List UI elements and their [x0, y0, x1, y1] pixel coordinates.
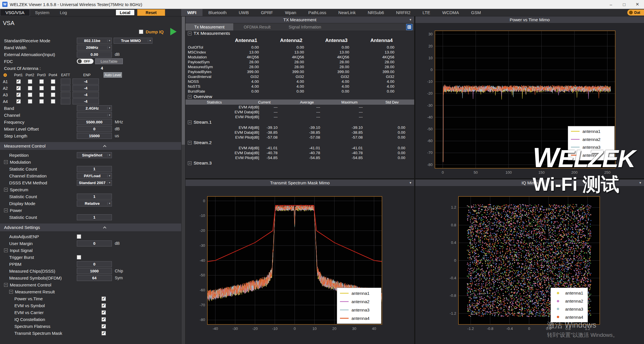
menu-tab-system[interactable]: System — [30, 9, 55, 16]
tab-ofdma-result[interactable]: OFDMA Result — [233, 23, 281, 30]
input-field[interactable]: 5500.000 — [77, 119, 112, 125]
dropdown[interactable]: SingleShot▼ — [77, 152, 112, 158]
checkbox[interactable] — [102, 331, 106, 335]
port-checkbox[interactable] — [16, 79, 21, 84]
collapse-minus-icon[interactable] — [4, 160, 8, 164]
tab-tx-measurement[interactable]: Tx Measurement — [186, 23, 233, 30]
checkbox[interactable] — [102, 310, 106, 315]
menu-tab-vsgvsa[interactable]: VSG/VSA — [0, 9, 30, 16]
advanced-settings-header[interactable]: Advanced Settings — [0, 223, 181, 231]
checkbox[interactable] — [102, 303, 106, 308]
input-field[interactable]: 0 — [77, 261, 112, 267]
left-panel-scrollbar[interactable] — [181, 16, 186, 344]
port-checkbox[interactable] — [16, 99, 21, 104]
input-field[interactable]: 1000 — [77, 268, 112, 274]
tab-nrfr2[interactable]: NRFR2 — [390, 9, 416, 16]
tab-nrsub6[interactable]: NRSub6 — [362, 9, 390, 16]
eatt-input[interactable] — [61, 79, 70, 85]
port-checkbox[interactable] — [51, 93, 55, 97]
measurement-control-header[interactable]: Measurement Control — [0, 142, 181, 150]
tab-bluetooth[interactable]: Bluetooth — [202, 9, 233, 16]
port-checkbox[interactable] — [28, 93, 32, 97]
dropdown[interactable]: 802.11be▼ — [77, 38, 112, 44]
enp-input[interactable]: -4 — [72, 98, 99, 104]
dropdown[interactable]: PAYLoad▼ — [77, 173, 112, 179]
dropdown[interactable]: True MIMO▼ — [114, 38, 152, 44]
input-field[interactable]: 0.00 — [77, 51, 112, 58]
port-checkbox[interactable] — [39, 99, 44, 104]
grid-settings-icon[interactable] — [406, 24, 412, 30]
collapse-minus-icon[interactable] — [4, 283, 8, 287]
collapse-minus-icon[interactable] — [188, 161, 192, 165]
dropdown[interactable]: ▼ — [77, 112, 112, 118]
dropdown[interactable]: 20MHz▼ — [77, 45, 112, 51]
maximize-button[interactable]: □ — [618, 0, 631, 9]
collapse-minus-icon[interactable] — [188, 95, 192, 99]
port-checkbox[interactable] — [16, 86, 21, 90]
tab-pathloss[interactable]: PathLoss — [302, 9, 332, 16]
auto-level-button[interactable]: Auto Level — [104, 72, 122, 78]
port-checkbox[interactable] — [51, 86, 55, 90]
close-button[interactable]: ✕ — [631, 0, 644, 9]
input-field[interactable]: 64 — [77, 275, 112, 281]
checkbox[interactable] — [102, 324, 106, 328]
minimize-button[interactable]: – — [604, 0, 618, 9]
tab-signal-information[interactable]: Signal Information — [281, 23, 329, 30]
panel-dropdown-icon[interactable]: ▼ — [409, 18, 412, 21]
port-checkbox[interactable] — [39, 79, 44, 84]
tab-gsm[interactable]: GSM — [465, 9, 487, 16]
collapse-minus-icon[interactable] — [188, 121, 192, 124]
tab-wifi[interactable]: WIFI — [181, 9, 202, 16]
dat-button[interactable]: Dat — [627, 9, 644, 16]
tab-lte[interactable]: LTE — [416, 9, 436, 16]
collapse-minus-icon[interactable] — [4, 209, 8, 212]
panel-dropdown-icon[interactable]: ▼ — [639, 181, 642, 184]
checkbox[interactable] — [77, 255, 81, 259]
port-checkbox[interactable] — [28, 86, 32, 90]
checkbox[interactable] — [102, 297, 106, 301]
reset-button[interactable]: Reset — [137, 9, 165, 16]
eatt-input[interactable] — [61, 92, 70, 98]
input-field[interactable]: 15000 — [77, 133, 112, 139]
tab-uwb[interactable]: UWB — [233, 9, 255, 16]
tab-wcdma[interactable]: WCDMA — [436, 9, 465, 16]
dump-iq-checkbox[interactable] — [139, 30, 143, 34]
eatt-input[interactable] — [61, 98, 70, 104]
port-checkbox[interactable] — [39, 93, 44, 97]
local-button[interactable]: Local — [115, 9, 135, 16]
tab-nearlink[interactable]: NearLink — [332, 9, 362, 16]
fdc-toggle[interactable]: OFF — [77, 59, 93, 64]
input-field[interactable]: 1 — [77, 166, 112, 172]
checkbox[interactable] — [77, 234, 81, 239]
input-field[interactable]: 0 — [77, 126, 112, 132]
port-checkbox[interactable] — [28, 99, 32, 104]
collapse-minus-icon[interactable] — [4, 249, 8, 252]
input-field[interactable]: 1 — [77, 214, 112, 220]
panel-dropdown-icon[interactable]: ▼ — [409, 181, 412, 184]
run-button[interactable] — [170, 28, 177, 35]
dropdown[interactable]: Relative▼ — [77, 200, 112, 207]
tab-wpan[interactable]: Wpan — [279, 9, 302, 16]
dropdown[interactable]: 2.4GHz▼ — [77, 105, 112, 111]
losstable-button[interactable]: LossTable — [95, 58, 123, 64]
enp-input[interactable]: -4 — [72, 79, 99, 85]
collapse-minus-icon[interactable] — [9, 290, 13, 294]
scrollbar-thumb[interactable] — [182, 17, 185, 145]
port-checkbox[interactable] — [51, 99, 55, 104]
collapse-minus-icon[interactable] — [188, 141, 192, 145]
collapse-minus-icon[interactable] — [4, 188, 8, 192]
port-checkbox[interactable] — [51, 79, 55, 84]
eatt-input[interactable] — [61, 85, 70, 91]
collapse-minus-icon[interactable] — [188, 32, 192, 35]
dropdown[interactable]: Standard 2007▼ — [77, 180, 112, 186]
port-checkbox[interactable] — [28, 79, 32, 84]
checkbox[interactable] — [102, 317, 106, 322]
tab-gprf[interactable]: GPRF — [255, 9, 279, 16]
enp-input[interactable]: -4 — [72, 92, 99, 98]
input-field[interactable]: 1 — [77, 194, 112, 200]
menu-tab-log[interactable]: Log — [55, 9, 72, 16]
input-field[interactable]: 0 — [77, 240, 112, 246]
enp-input[interactable]: -4 — [72, 85, 99, 91]
port-checkbox[interactable] — [16, 93, 21, 97]
port-checkbox[interactable] — [39, 86, 44, 90]
